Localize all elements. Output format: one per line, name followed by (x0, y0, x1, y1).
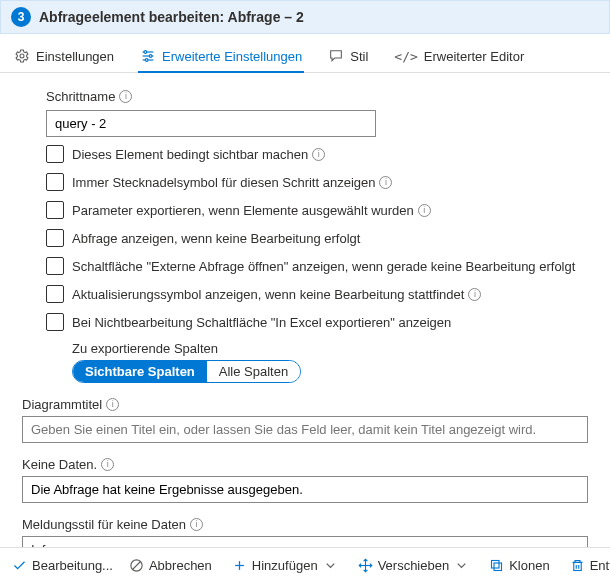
export-cols-label: Zu exportierende Spalten (72, 341, 588, 356)
check-label: Immer Stecknadelsymbol für diesen Schrit… (72, 175, 375, 190)
checkbox[interactable] (46, 285, 64, 303)
check-label: Parameter exportieren, wenn Elemente aus… (72, 203, 414, 218)
tab-advanced[interactable]: Erweiterte Einstellungen (138, 42, 304, 72)
checkbox[interactable] (46, 201, 64, 219)
form-body: Schrittname i Dieses Element bedingt sic… (0, 73, 610, 571)
svg-rect-11 (494, 563, 502, 571)
check-label: Abfrage anzeigen, wenn keine Bearbeitung… (72, 231, 360, 246)
chart-title-input[interactable] (22, 416, 588, 443)
check-external-query-btn[interactable]: Schaltfläche "Externe Abfrage öffnen" an… (46, 257, 588, 275)
check-show-query[interactable]: Abfrage anzeigen, wenn keine Bearbeitung… (46, 229, 588, 247)
export-cols-toggle[interactable]: Sichtbare Spalten Alle Spalten (72, 360, 301, 383)
footer-toolbar: Bearbeitung... Abbrechen Hinzufügen Vers… (0, 547, 610, 583)
comment-icon (328, 48, 344, 64)
info-icon[interactable]: i (101, 458, 114, 471)
check-icon (12, 558, 27, 573)
add-button[interactable]: Hinzufügen (224, 552, 346, 579)
remove-label: Entfernen (590, 558, 610, 573)
stepname-label: Schrittname (46, 89, 115, 104)
checkbox[interactable] (46, 229, 64, 247)
chevron-down-icon (454, 558, 469, 573)
pill-all-cols[interactable]: Alle Spalten (207, 361, 300, 382)
check-excel-export[interactable]: Bei Nichtbearbeitung Schaltfläche "In Ex… (46, 313, 588, 331)
info-icon[interactable]: i (418, 204, 431, 217)
done-label: Bearbeitung... (32, 558, 113, 573)
copy-icon (489, 558, 504, 573)
nodata-input[interactable] (22, 476, 588, 503)
panel-title: Abfrageelement bearbeiten: Abfrage – 2 (39, 9, 304, 25)
checkbox[interactable] (46, 313, 64, 331)
tab-style[interactable]: Stil (326, 42, 370, 72)
move-icon (358, 558, 373, 573)
checkbox[interactable] (46, 145, 64, 163)
cancel-label: Abbrechen (149, 558, 212, 573)
stepname-label-row: Schrittname i (46, 89, 588, 104)
trash-icon (570, 558, 585, 573)
info-icon[interactable]: i (106, 398, 119, 411)
info-icon[interactable]: i (468, 288, 481, 301)
check-label: Dieses Element bedingt sichtbar machen (72, 147, 308, 162)
tab-bar: Einstellungen Erweiterte Einstellungen S… (0, 34, 610, 73)
move-button[interactable]: Verschieben (350, 552, 478, 579)
cancel-button[interactable]: Abbrechen (121, 552, 220, 579)
sliders-icon (140, 48, 156, 64)
info-icon[interactable]: i (119, 90, 132, 103)
info-icon[interactable]: i (379, 176, 392, 189)
checkbox[interactable] (46, 173, 64, 191)
code-icon: </> (394, 49, 417, 64)
check-export-params[interactable]: Parameter exportieren, wenn Elemente aus… (46, 201, 588, 219)
tab-advanced-label: Erweiterte Einstellungen (162, 49, 302, 64)
gear-icon (14, 48, 30, 64)
panel-header: 3 Abfrageelement bearbeiten: Abfrage – 2 (0, 0, 610, 34)
svg-rect-13 (573, 562, 581, 570)
step-number-badge: 3 (11, 7, 31, 27)
check-refresh-icon[interactable]: Aktualisierungssymbol anzeigen, wenn kei… (46, 285, 588, 303)
svg-point-0 (20, 54, 24, 58)
svg-point-5 (149, 55, 152, 58)
chart-title-label: Diagrammtitel (22, 397, 102, 412)
nodata-label: Keine Daten. (22, 457, 97, 472)
svg-line-8 (133, 562, 141, 570)
remove-button[interactable]: Entfernen (562, 552, 610, 579)
stepname-input[interactable] (46, 110, 376, 137)
tab-editor-label: Erweiterter Editor (424, 49, 524, 64)
tab-settings-label: Einstellungen (36, 49, 114, 64)
check-label: Aktualisierungssymbol anzeigen, wenn kei… (72, 287, 464, 302)
clone-label: Klonen (509, 558, 549, 573)
add-label: Hinzufügen (252, 558, 318, 573)
check-conditional-visible[interactable]: Dieses Element bedingt sichtbar macheni (46, 145, 588, 163)
info-icon[interactable]: i (312, 148, 325, 161)
move-label: Verschieben (378, 558, 450, 573)
plus-icon (232, 558, 247, 573)
check-label: Bei Nichtbearbeitung Schaltfläche "In Ex… (72, 315, 451, 330)
nodata-style-label: Meldungsstil für keine Daten (22, 517, 186, 532)
tab-style-label: Stil (350, 49, 368, 64)
checkbox[interactable] (46, 257, 64, 275)
svg-point-4 (144, 51, 147, 54)
tab-editor[interactable]: </> Erweiterter Editor (392, 42, 526, 72)
tab-settings[interactable]: Einstellungen (12, 42, 116, 72)
svg-point-6 (145, 59, 148, 62)
chevron-down-icon (323, 558, 338, 573)
check-label: Schaltfläche "Externe Abfrage öffnen" an… (72, 259, 575, 274)
cancel-icon (129, 558, 144, 573)
done-editing-button[interactable]: Bearbeitung... (4, 552, 121, 579)
check-pin-icon[interactable]: Immer Stecknadelsymbol für diesen Schrit… (46, 173, 588, 191)
svg-rect-12 (492, 561, 500, 569)
pill-visible-cols[interactable]: Sichtbare Spalten (73, 361, 207, 382)
clone-button[interactable]: Klonen (481, 552, 557, 579)
info-icon[interactable]: i (190, 518, 203, 531)
